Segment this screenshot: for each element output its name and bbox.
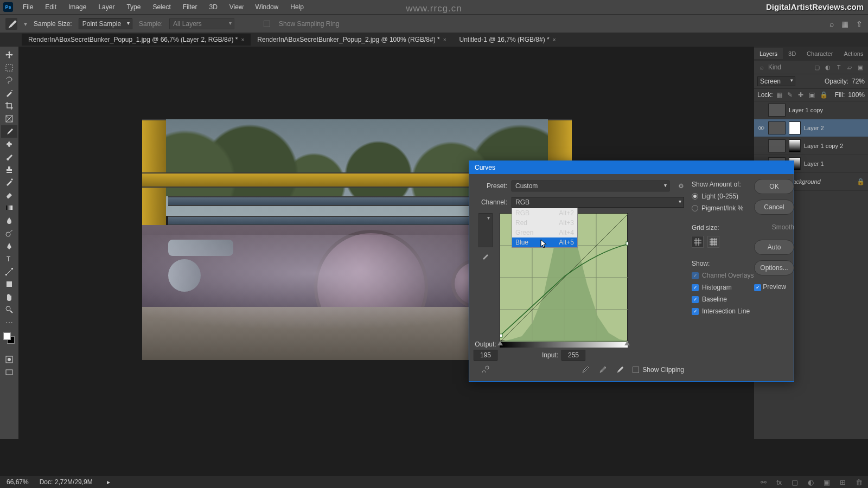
menu-filter[interactable]: Filter <box>177 1 203 13</box>
curve-point-tool-icon[interactable] <box>478 213 493 247</box>
sample-select[interactable]: All Layers <box>169 18 234 29</box>
black-point-slider[interactable] <box>497 341 503 345</box>
menu-view[interactable]: View <box>224 1 249 13</box>
type-tool-icon[interactable]: T <box>1 253 17 265</box>
input-gradient[interactable] <box>500 342 628 348</box>
show-clipping-checkbox[interactable] <box>633 367 639 373</box>
layer-row[interactable]: Layer 1 copy 2 <box>754 137 868 155</box>
tab-layers[interactable]: Layers <box>754 48 783 59</box>
search-icon[interactable]: ⌕ <box>829 20 834 28</box>
filter-pixel-icon[interactable]: ▢ <box>813 63 821 72</box>
channel-overlays-checkbox[interactable]: ✓ <box>692 272 699 279</box>
layer-row[interactable]: Layer 2 <box>754 119 868 137</box>
quickmask-icon[interactable] <box>1 354 17 366</box>
ok-button[interactable]: OK <box>754 179 794 194</box>
marquee-tool-icon[interactable] <box>1 62 17 74</box>
path-tool-icon[interactable] <box>1 266 17 278</box>
menu-3d[interactable]: 3D <box>203 1 222 13</box>
tab-character[interactable]: Character <box>801 48 838 59</box>
channel-option-rgb[interactable]: RGBAlt+2 <box>512 208 577 218</box>
baseline-checkbox[interactable]: ✓ <box>692 296 699 303</box>
fx-icon[interactable]: fx <box>776 478 782 486</box>
doc-info-menu-icon[interactable]: ▸ <box>107 478 110 486</box>
tab-actions[interactable]: Actions <box>838 48 868 59</box>
menu-file[interactable]: File <box>17 1 39 13</box>
visibility-toggle[interactable] <box>757 142 765 150</box>
options-button[interactable]: Options... <box>754 260 794 275</box>
menu-select[interactable]: Select <box>147 1 176 13</box>
brush-tool-icon[interactable] <box>1 151 17 163</box>
lock-artboard-icon[interactable]: ▣ <box>809 91 816 99</box>
crop-tool-icon[interactable] <box>1 100 17 112</box>
histogram-checkbox[interactable]: ✓ <box>692 284 699 291</box>
menu-layer[interactable]: Layer <box>93 1 120 13</box>
preset-menu-icon[interactable]: ⚙ <box>678 182 684 190</box>
history-brush-tool-icon[interactable] <box>1 176 17 189</box>
gray-eyedropper-icon[interactable] <box>598 365 608 375</box>
screenmode-icon[interactable] <box>1 367 17 379</box>
output-value[interactable]: 195 <box>474 350 497 361</box>
close-icon[interactable]: × <box>443 37 446 43</box>
tab-doc-3[interactable]: Untitled-1 @ 16,7% (RGB/8#) *× <box>452 34 562 46</box>
hand-tool-icon[interactable] <box>1 291 17 304</box>
color-swatch[interactable] <box>3 332 15 344</box>
search-icon[interactable]: ⌕ <box>757 63 766 72</box>
blur-tool-icon[interactable] <box>1 215 17 227</box>
filter-smart-icon[interactable]: ▣ <box>856 63 865 72</box>
eyedropper-tool-icon[interactable] <box>1 125 17 138</box>
mask-icon[interactable]: ▢ <box>792 478 798 486</box>
new-layer-icon[interactable]: ⊞ <box>840 478 846 486</box>
gradient-tool-icon[interactable] <box>1 202 17 214</box>
channel-option-blue[interactable]: BlueAlt+5 <box>512 237 577 247</box>
menu-type[interactable]: Type <box>121 1 146 13</box>
menu-help[interactable]: Help <box>285 1 309 13</box>
delete-icon[interactable]: 🗑 <box>856 478 863 486</box>
menu-window[interactable]: Window <box>250 1 284 13</box>
channel-select[interactable]: RGB <box>512 197 684 208</box>
preview-checkbox[interactable]: ✓ <box>754 284 761 291</box>
edit-toolbar-icon[interactable]: ⋯ <box>1 317 17 329</box>
show-sampling-ring-checkbox[interactable] <box>264 21 270 27</box>
visibility-toggle[interactable] <box>757 124 765 132</box>
grid-large-button[interactable] <box>707 236 719 248</box>
tab-3d[interactable]: 3D <box>783 48 801 59</box>
zoom-tool-icon[interactable] <box>1 304 17 316</box>
black-eyedropper-icon[interactable] <box>580 365 590 375</box>
doc-size[interactable]: Doc: 2,72M/29,9M <box>40 478 93 486</box>
visibility-toggle[interactable] <box>757 106 765 114</box>
group-icon[interactable]: ▣ <box>824 478 830 486</box>
wand-tool-icon[interactable] <box>1 87 17 100</box>
white-point-slider[interactable] <box>624 341 630 345</box>
lock-position-icon[interactable]: ✎ <box>787 91 795 99</box>
blend-mode-select[interactable]: Screen <box>757 76 795 86</box>
close-icon[interactable]: × <box>241 37 244 43</box>
lock-icon[interactable]: 🔒 <box>820 91 827 99</box>
link-icon[interactable]: ⚯ <box>761 478 767 486</box>
cancel-button[interactable]: Cancel <box>754 200 794 215</box>
smooth-button[interactable]: Smooth <box>754 220 794 234</box>
move-tool-icon[interactable] <box>1 49 17 61</box>
eyedropper-tool-icon[interactable] <box>5 18 17 30</box>
lasso-tool-icon[interactable] <box>1 74 17 87</box>
eraser-tool-icon[interactable] <box>1 189 17 202</box>
input-value[interactable]: 255 <box>561 350 585 361</box>
white-eyedropper-icon[interactable] <box>615 365 625 375</box>
close-icon[interactable]: × <box>553 37 556 43</box>
zoom-level[interactable]: 66,67% <box>7 478 29 486</box>
tab-doc-1[interactable]: RenderInABoxSecretBunker_Popup_1.jpg @ 6… <box>22 34 251 46</box>
pen-tool-icon[interactable] <box>1 240 17 253</box>
grid-small-button[interactable] <box>692 236 704 248</box>
dialog-title[interactable]: Curves <box>469 161 794 174</box>
preset-select[interactable]: Custom <box>512 181 669 191</box>
sample-size-select[interactable]: Point Sample <box>79 18 132 29</box>
frame-tool-icon[interactable] <box>1 113 17 125</box>
channel-option-green[interactable]: GreenAlt+4 <box>512 228 577 237</box>
lock-pixels-icon[interactable]: ▦ <box>776 91 784 99</box>
auto-button[interactable]: Auto <box>754 240 794 255</box>
tab-doc-2[interactable]: RenderInABoxSecretBunker_Popup_2.jpg @ 1… <box>251 34 452 46</box>
curve-pencil-tool-icon[interactable] <box>479 251 492 261</box>
shape-tool-icon[interactable] <box>1 278 17 291</box>
target-adjust-icon[interactable] <box>480 365 490 375</box>
stamp-tool-icon[interactable] <box>1 164 17 176</box>
heal-tool-icon[interactable] <box>1 138 17 151</box>
